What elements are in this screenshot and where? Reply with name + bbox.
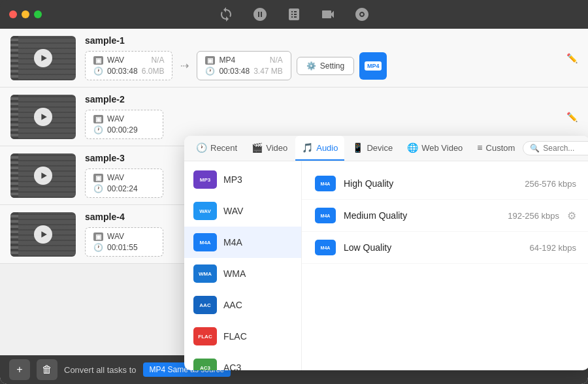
arrow-icon: ⇢: [180, 59, 189, 72]
mp4-badge[interactable]: MP4: [359, 52, 387, 80]
dest-format-box: ▣ MP4 N/A 🕐 00:03:48 3.47 MB: [197, 51, 291, 80]
search-box[interactable]: 🔍: [523, 141, 588, 155]
bluray-icon[interactable]: [353, 5, 371, 24]
recent-tab-icon: 🕐: [196, 142, 207, 153]
video-icon[interactable]: [319, 5, 337, 24]
main-content: sample-1 ▣ WAV N/A 🕐 00:03:48 6.0MB: [0, 29, 588, 384]
play-button[interactable]: [34, 108, 52, 126]
format-icon: ▣: [93, 115, 103, 123]
dst-format: MP4: [219, 56, 235, 65]
tab-audio[interactable]: 🎵 Audio: [295, 136, 344, 161]
task-name: sample-1: [85, 35, 557, 46]
format-line-1: ▣ WAV: [93, 173, 155, 182]
mp3-badge: MP3: [193, 170, 217, 189]
high-quality-name: High Quality: [344, 178, 517, 189]
wma-label: WMA: [223, 268, 246, 279]
convert-label: Convert all tasks to: [64, 365, 137, 375]
tab-video[interactable]: 🎬 Video: [245, 136, 294, 161]
wma-badge: WMA: [193, 264, 217, 283]
close-button[interactable]: [9, 10, 17, 18]
format-icon: ▣: [93, 174, 103, 182]
dst-duration: 00:03:48: [219, 67, 250, 76]
task-item: sample-1 ▣ WAV N/A 🕐 00:03:48 6.0MB: [0, 29, 588, 88]
high-quality-badge: M4A: [315, 176, 336, 191]
maximize-button[interactable]: [34, 10, 42, 18]
tab-webvideo-label: Web Video: [421, 143, 463, 153]
tab-recent[interactable]: 🕐 Recent: [189, 136, 244, 161]
svg-marker-1: [41, 114, 46, 120]
window-controls: [9, 10, 42, 18]
quality-item-medium[interactable]: M4A Medium Quality 192-256 kbps ⚙: [302, 200, 588, 232]
format-line-2: 🕐 00:01:55: [93, 243, 155, 252]
format-list-item-wma[interactable]: WMA WMA: [184, 258, 301, 289]
video-tab-icon: 🎬: [252, 142, 263, 153]
format-picker: 🕐 Recent 🎬 Video 🎵 Audio 📱 Device 🌐 Web …: [184, 136, 588, 370]
format-line-2: 🕐 00:03:48 6.0MB: [93, 67, 164, 76]
source-format-box: ▣ WAV 🕐 00:00:29: [85, 110, 163, 139]
format-list-item-wav[interactable]: WAV WAV: [184, 195, 301, 227]
format-line-1: ▣ WAV: [93, 232, 155, 241]
webvideo-tab-icon: 🌐: [407, 142, 418, 153]
src-duration: 00:03:48: [107, 67, 138, 76]
search-input[interactable]: [543, 144, 588, 153]
play-button[interactable]: [34, 167, 52, 185]
format-list-item-m4a[interactable]: M4A M4A: [184, 227, 301, 258]
edit-icon[interactable]: ✏️: [566, 53, 578, 63]
format-list-item-flac[interactable]: FLAC FLAC: [184, 321, 301, 352]
tab-custom[interactable]: ≡ Custom: [470, 136, 521, 161]
aac-label: AAC: [223, 300, 242, 310]
picker-tabs: 🕐 Recent 🎬 Video 🎵 Audio 📱 Device 🌐 Web …: [184, 136, 588, 161]
src-na: N/A: [151, 56, 164, 65]
medium-quality-name: Medium Quality: [344, 210, 500, 221]
format-row: ▣ WAV N/A 🕐 00:03:48 6.0MB ⇢ ▣: [85, 51, 557, 80]
tab-device[interactable]: 📱 Device: [346, 136, 399, 161]
edit-icon[interactable]: ✏️: [566, 112, 578, 122]
flac-label: FLAC: [223, 331, 247, 342]
clock-icon-2: 🕐: [205, 67, 215, 76]
delete-button[interactable]: 🗑: [37, 359, 57, 380]
quality-item-high[interactable]: M4A High Quality 256-576 kbps: [302, 168, 588, 200]
source-format-box: ▣ WAV 🕐 00:01:55: [85, 227, 163, 257]
low-quality-badge: M4A: [315, 240, 336, 255]
wma-badge-label: WMA: [199, 271, 212, 277]
svg-marker-0: [41, 55, 46, 61]
src-format: WAV: [107, 114, 124, 123]
add-button[interactable]: +: [9, 359, 30, 380]
high-quality-kbps: 256-576 kbps: [525, 179, 576, 189]
setting-button[interactable]: ⚙️ Setting: [297, 57, 354, 75]
format-line-1: ▣ WAV N/A: [93, 56, 164, 65]
clock-icon: 🕐: [93, 243, 103, 252]
aac-badge-label: AAC: [199, 302, 210, 308]
ac3-badge: AC3: [193, 359, 217, 370]
dest-format-icon: ▣: [205, 56, 215, 65]
tab-recent-label: Recent: [210, 143, 237, 153]
tab-device-label: Device: [367, 143, 393, 153]
wav-label: WAV: [223, 206, 243, 216]
format-list-item-mp3[interactable]: MP3 MP3: [184, 164, 301, 195]
format-list-item-aac[interactable]: AAC AAC: [184, 289, 301, 321]
gear-icon[interactable]: ⚙: [567, 210, 576, 222]
quality-item-low[interactable]: M4A Low Quality 64-192 kbps: [302, 232, 588, 264]
format-icon: ▣: [93, 56, 103, 65]
play-button[interactable]: [34, 49, 52, 67]
format-line-2: 🕐 00:02:24: [93, 184, 155, 193]
play-button[interactable]: [34, 225, 52, 244]
format-list-item-ac3[interactable]: AC3 AC3: [184, 352, 301, 370]
medium-quality-kbps: 192-256 kbps: [508, 211, 559, 221]
tab-custom-label: Custom: [486, 143, 515, 153]
dst-size: 3.47 MB: [253, 67, 283, 76]
svg-marker-2: [41, 172, 46, 179]
tab-webvideo[interactable]: 🌐 Web Video: [400, 136, 469, 161]
format-line-4: 🕐 00:03:48 3.47 MB: [205, 67, 282, 76]
compress-icon[interactable]: [251, 5, 269, 24]
dvd-icon[interactable]: [285, 5, 303, 24]
tab-video-label: Video: [266, 143, 287, 153]
convert-icon[interactable]: [217, 5, 235, 24]
dst-na: N/A: [270, 56, 283, 65]
format-icon: ▣: [93, 232, 103, 241]
minimize-button[interactable]: [22, 10, 29, 18]
clock-icon: 🕐: [93, 125, 103, 135]
wav-badge: WAV: [193, 202, 217, 220]
mp3-label: MP3: [223, 174, 242, 185]
src-format: WAV: [107, 173, 124, 182]
